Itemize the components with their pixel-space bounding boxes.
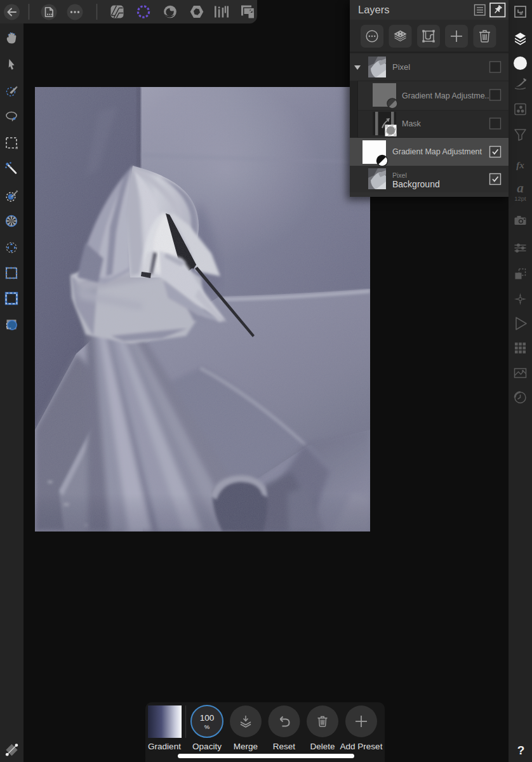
svg-text:100: 100 xyxy=(200,713,215,723)
svg-text:Gradient: Gradient xyxy=(148,742,181,751)
svg-text:Pixel: Pixel xyxy=(392,62,410,72)
svg-text:Reset: Reset xyxy=(273,742,296,751)
svg-text:?: ? xyxy=(517,744,525,757)
svg-text:12pt: 12pt xyxy=(514,195,526,202)
svg-text:Delete: Delete xyxy=(310,742,335,751)
svg-text:Layers: Layers xyxy=(358,4,390,15)
svg-text:Background: Background xyxy=(392,179,440,189)
svg-text:Mask: Mask xyxy=(402,119,422,128)
svg-text:Add Preset: Add Preset xyxy=(340,742,383,751)
svg-text:Merge: Merge xyxy=(234,742,258,751)
svg-text:fx: fx xyxy=(516,160,524,170)
svg-text:a: a xyxy=(517,180,524,196)
svg-text:Gradient Map Adjustme...: Gradient Map Adjustme... xyxy=(402,91,491,100)
svg-text:Gradient Map Adjustment: Gradient Map Adjustment xyxy=(392,147,482,156)
svg-text:Pixel: Pixel xyxy=(392,171,407,179)
svg-text:%: % xyxy=(204,723,210,730)
svg-text:Opacity: Opacity xyxy=(192,742,222,751)
